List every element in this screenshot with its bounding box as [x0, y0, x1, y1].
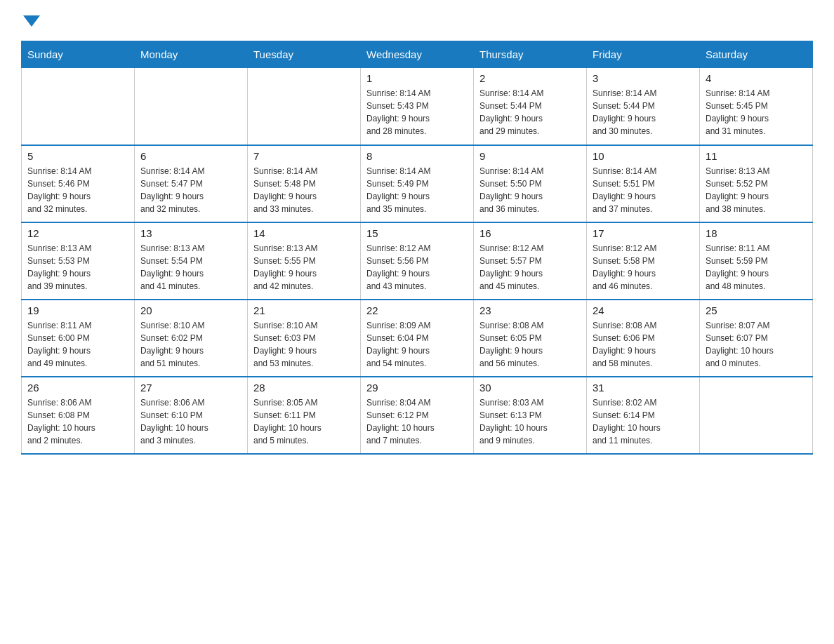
calendar-cell	[22, 68, 135, 145]
day-info: Sunrise: 8:14 AM Sunset: 5:48 PM Dayligh…	[253, 165, 355, 215]
day-info: Sunrise: 8:14 AM Sunset: 5:49 PM Dayligh…	[366, 165, 468, 215]
day-info: Sunrise: 8:06 AM Sunset: 6:10 PM Dayligh…	[140, 396, 241, 447]
calendar-cell: 1Sunrise: 8:14 AM Sunset: 5:43 PM Daylig…	[361, 68, 474, 145]
calendar-cell: 30Sunrise: 8:03 AM Sunset: 6:13 PM Dayli…	[474, 377, 587, 454]
day-number: 2	[479, 72, 581, 84]
calendar-cell: 21Sunrise: 8:10 AM Sunset: 6:03 PM Dayli…	[248, 300, 361, 377]
day-number: 26	[27, 382, 128, 394]
calendar-cell: 20Sunrise: 8:10 AM Sunset: 6:02 PM Dayli…	[135, 300, 248, 377]
calendar-cell: 27Sunrise: 8:06 AM Sunset: 6:10 PM Dayli…	[135, 377, 248, 454]
day-info: Sunrise: 8:13 AM Sunset: 5:55 PM Dayligh…	[253, 242, 355, 293]
calendar-week-row: 26Sunrise: 8:06 AM Sunset: 6:08 PM Dayli…	[22, 377, 813, 454]
day-info: Sunrise: 8:03 AM Sunset: 6:13 PM Dayligh…	[479, 396, 581, 447]
day-info: Sunrise: 8:11 AM Sunset: 6:00 PM Dayligh…	[27, 319, 128, 370]
calendar-week-row: 1Sunrise: 8:14 AM Sunset: 5:43 PM Daylig…	[22, 68, 813, 145]
calendar-table: Sunday Monday Tuesday Wednesday Thursday…	[21, 41, 813, 455]
calendar-cell: 26Sunrise: 8:06 AM Sunset: 6:08 PM Dayli…	[22, 377, 135, 454]
calendar-cell: 7Sunrise: 8:14 AM Sunset: 5:48 PM Daylig…	[248, 145, 361, 222]
calendar-week-row: 19Sunrise: 8:11 AM Sunset: 6:00 PM Dayli…	[22, 300, 813, 377]
day-info: Sunrise: 8:12 AM Sunset: 5:56 PM Dayligh…	[366, 242, 468, 293]
calendar-cell: 19Sunrise: 8:11 AM Sunset: 6:00 PM Dayli…	[22, 300, 135, 377]
calendar-cell: 10Sunrise: 8:14 AM Sunset: 5:51 PM Dayli…	[587, 145, 700, 222]
day-number: 15	[366, 227, 468, 239]
calendar-cell: 16Sunrise: 8:12 AM Sunset: 5:57 PM Dayli…	[474, 222, 587, 300]
day-number: 7	[253, 150, 355, 162]
day-info: Sunrise: 8:13 AM Sunset: 5:53 PM Dayligh…	[27, 242, 128, 293]
day-number: 10	[593, 150, 694, 162]
day-number: 18	[706, 227, 807, 239]
day-number: 1	[366, 72, 468, 84]
day-number: 3	[593, 72, 694, 84]
day-info: Sunrise: 8:10 AM Sunset: 6:03 PM Dayligh…	[253, 319, 355, 370]
calendar-cell: 14Sunrise: 8:13 AM Sunset: 5:55 PM Dayli…	[248, 222, 361, 300]
day-info: Sunrise: 8:14 AM Sunset: 5:43 PM Dayligh…	[366, 87, 468, 137]
day-number: 25	[706, 304, 807, 316]
day-info: Sunrise: 8:09 AM Sunset: 6:04 PM Dayligh…	[366, 319, 468, 370]
calendar-cell: 9Sunrise: 8:14 AM Sunset: 5:50 PM Daylig…	[474, 145, 587, 222]
col-saturday: Saturday	[700, 41, 813, 68]
day-number: 16	[479, 227, 581, 239]
day-info: Sunrise: 8:13 AM Sunset: 5:54 PM Dayligh…	[140, 242, 241, 293]
day-number: 31	[593, 382, 694, 394]
day-number: 27	[140, 382, 241, 394]
calendar-week-row: 12Sunrise: 8:13 AM Sunset: 5:53 PM Dayli…	[22, 222, 813, 300]
day-number: 30	[479, 382, 581, 394]
calendar-cell: 12Sunrise: 8:13 AM Sunset: 5:53 PM Dayli…	[22, 222, 135, 300]
col-monday: Monday	[135, 41, 248, 68]
day-number: 13	[140, 227, 241, 239]
calendar-cell: 2Sunrise: 8:14 AM Sunset: 5:44 PM Daylig…	[474, 68, 587, 145]
day-info: Sunrise: 8:02 AM Sunset: 6:14 PM Dayligh…	[593, 396, 694, 447]
calendar-cell	[700, 377, 813, 454]
calendar-cell: 23Sunrise: 8:08 AM Sunset: 6:05 PM Dayli…	[474, 300, 587, 377]
day-number: 17	[593, 227, 694, 239]
page-header	[21, 14, 813, 27]
day-info: Sunrise: 8:11 AM Sunset: 5:59 PM Dayligh…	[706, 242, 807, 293]
calendar-cell: 24Sunrise: 8:08 AM Sunset: 6:06 PM Dayli…	[587, 300, 700, 377]
day-number: 9	[479, 150, 581, 162]
day-info: Sunrise: 8:04 AM Sunset: 6:12 PM Dayligh…	[366, 396, 468, 447]
day-number: 4	[706, 72, 807, 84]
col-friday: Friday	[587, 41, 700, 68]
calendar-week-row: 5Sunrise: 8:14 AM Sunset: 5:46 PM Daylig…	[22, 145, 813, 222]
day-number: 28	[253, 382, 355, 394]
day-info: Sunrise: 8:08 AM Sunset: 6:06 PM Dayligh…	[593, 319, 694, 370]
day-info: Sunrise: 8:13 AM Sunset: 5:52 PM Dayligh…	[706, 165, 807, 215]
day-number: 6	[140, 150, 241, 162]
day-info: Sunrise: 8:14 AM Sunset: 5:45 PM Dayligh…	[706, 87, 807, 137]
day-number: 23	[479, 304, 581, 316]
day-number: 12	[27, 227, 128, 239]
calendar-header-row: Sunday Monday Tuesday Wednesday Thursday…	[22, 41, 813, 68]
calendar-cell	[248, 68, 361, 145]
calendar-cell: 31Sunrise: 8:02 AM Sunset: 6:14 PM Dayli…	[587, 377, 700, 454]
calendar-cell: 6Sunrise: 8:14 AM Sunset: 5:47 PM Daylig…	[135, 145, 248, 222]
calendar-cell: 28Sunrise: 8:05 AM Sunset: 6:11 PM Dayli…	[248, 377, 361, 454]
calendar-cell: 11Sunrise: 8:13 AM Sunset: 5:52 PM Dayli…	[700, 145, 813, 222]
day-info: Sunrise: 8:14 AM Sunset: 5:51 PM Dayligh…	[593, 165, 694, 215]
day-info: Sunrise: 8:05 AM Sunset: 6:11 PM Dayligh…	[253, 396, 355, 447]
col-tuesday: Tuesday	[248, 41, 361, 68]
day-number: 29	[366, 382, 468, 394]
col-thursday: Thursday	[474, 41, 587, 68]
day-info: Sunrise: 8:14 AM Sunset: 5:47 PM Dayligh…	[140, 165, 241, 215]
day-number: 20	[140, 304, 241, 316]
calendar-cell: 8Sunrise: 8:14 AM Sunset: 5:49 PM Daylig…	[361, 145, 474, 222]
day-info: Sunrise: 8:08 AM Sunset: 6:05 PM Dayligh…	[479, 319, 581, 370]
day-info: Sunrise: 8:14 AM Sunset: 5:44 PM Dayligh…	[593, 87, 694, 137]
day-number: 8	[366, 150, 468, 162]
calendar-cell	[135, 68, 248, 145]
calendar-cell: 15Sunrise: 8:12 AM Sunset: 5:56 PM Dayli…	[361, 222, 474, 300]
calendar-cell: 5Sunrise: 8:14 AM Sunset: 5:46 PM Daylig…	[22, 145, 135, 222]
day-info: Sunrise: 8:14 AM Sunset: 5:46 PM Dayligh…	[27, 165, 128, 215]
calendar-cell: 3Sunrise: 8:14 AM Sunset: 5:44 PM Daylig…	[587, 68, 700, 145]
day-info: Sunrise: 8:14 AM Sunset: 5:44 PM Dayligh…	[479, 87, 581, 137]
day-info: Sunrise: 8:06 AM Sunset: 6:08 PM Dayligh…	[27, 396, 128, 447]
calendar-cell: 13Sunrise: 8:13 AM Sunset: 5:54 PM Dayli…	[135, 222, 248, 300]
day-info: Sunrise: 8:12 AM Sunset: 5:57 PM Dayligh…	[479, 242, 581, 293]
day-number: 22	[366, 304, 468, 316]
calendar-cell: 22Sunrise: 8:09 AM Sunset: 6:04 PM Dayli…	[361, 300, 474, 377]
calendar-cell: 4Sunrise: 8:14 AM Sunset: 5:45 PM Daylig…	[700, 68, 813, 145]
day-number: 11	[706, 150, 807, 162]
logo	[21, 14, 40, 27]
day-number: 24	[593, 304, 694, 316]
calendar-cell: 29Sunrise: 8:04 AM Sunset: 6:12 PM Dayli…	[361, 377, 474, 454]
